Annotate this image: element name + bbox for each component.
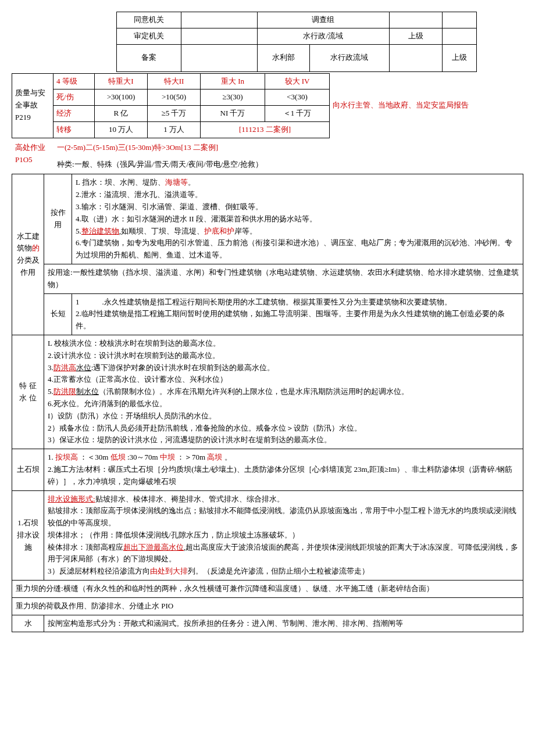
hydraulic-structures-table: 水工建筑物的分类及作用 按作用 L 挡水：坝、水闸、堤防、海塘等。 2.泄水：溢… (12, 174, 523, 632)
t1r1c3: 调查组 (258, 12, 390, 28)
t1r1c1: 同意机关 (117, 12, 181, 28)
t2-side: 质量与安全事故 P219 (12, 73, 54, 138)
gao-section: 高处作业 P1O5 一(2-5m)二(5-15m)三(15-30m)特>3Om[… (12, 139, 523, 173)
accident-level-table: 质量与安全事故 P219 4 等级 特重大I 特大II 重大 In 较大 IV … (12, 73, 523, 138)
approval-table: 同意机关 调查组 审定机关 水行政/流域 上级 备案 水利部 水行政流域 上级 (116, 12, 477, 72)
